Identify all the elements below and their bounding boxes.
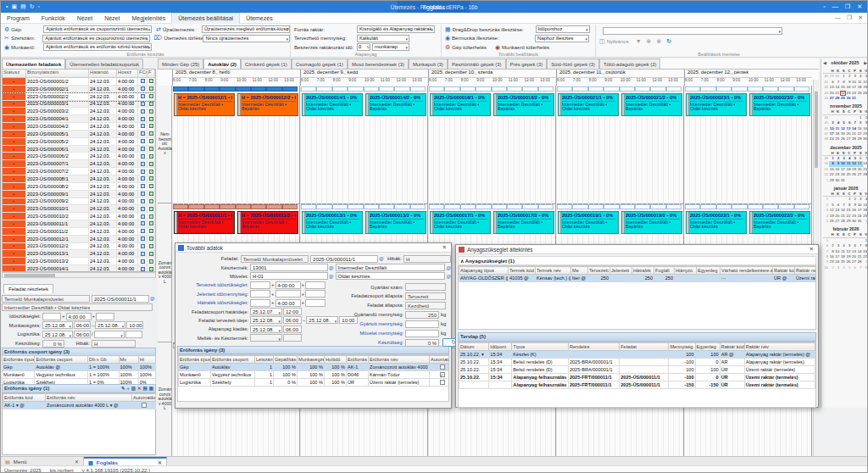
f-cell[interactable] bbox=[147, 153, 155, 159]
bar-grip[interactable] bbox=[494, 212, 497, 233]
d1-tv-t1[interactable]: 06:00 bbox=[283, 316, 302, 324]
d1-fcs-hatarido-t[interactable]: 12:00 bbox=[283, 308, 302, 315]
menu-item--temez-s-be-ll-t-sai[interactable]: Ütemezés beállításai bbox=[171, 13, 240, 24]
f-cell[interactable] bbox=[147, 236, 155, 242]
child-restore-icon[interactable]: ❐ bbox=[847, 14, 852, 21]
menu-item--temez-s[interactable]: Ütemezés bbox=[240, 13, 279, 24]
dialog1-close-icon[interactable]: ✕ bbox=[441, 244, 448, 251]
f-cell[interactable] bbox=[147, 191, 155, 198]
child-close-icon[interactable]: ✕ bbox=[858, 14, 863, 21]
task-row[interactable]: ▪2023-ÚS/000004/224.12.03.4:00:00 bbox=[3, 123, 155, 131]
col-header[interactable]: Alapanyag típus bbox=[459, 267, 509, 275]
fcs-cell[interactable] bbox=[138, 250, 147, 257]
col-header[interactable]: Mennyiség bbox=[669, 342, 695, 350]
lookup-icon[interactable]: @ bbox=[329, 265, 334, 270]
fcs-cell[interactable] bbox=[138, 228, 147, 235]
col-header[interactable]: Egyenleg bbox=[695, 342, 720, 350]
fcs-cell[interactable] bbox=[138, 213, 147, 220]
d1-terv1[interactable] bbox=[250, 281, 270, 289]
lock-icon[interactable]: ▪ bbox=[6, 3, 8, 10]
col-header[interactable]: Automatikus bbox=[132, 394, 156, 402]
col-header[interactable]: Termék név bbox=[536, 267, 571, 275]
calendar-day[interactable]: 27 bbox=[846, 136, 852, 142]
task-bar[interactable]: 2025-ÚS/000013/2 • 0%Intermedier Desztil… bbox=[365, 211, 426, 234]
bar-grip[interactable] bbox=[303, 212, 305, 233]
munkaero-tulterheles-button[interactable]: ◉Munkaerő túlterhelés bbox=[492, 44, 549, 51]
det-hibak-field[interactable]: H bbox=[92, 340, 136, 348]
det-mv-t2[interactable]: 10:00 bbox=[126, 321, 143, 329]
task-bar[interactable]: 2025-ÚS/000019/1 • 0%Intermedier Desztil… bbox=[558, 211, 619, 234]
fcs-cell[interactable] bbox=[138, 123, 147, 130]
lookup-icon[interactable]: @ bbox=[379, 256, 384, 261]
calendar-day[interactable]: 1 bbox=[863, 219, 868, 224]
fcs-cell[interactable] bbox=[138, 198, 147, 205]
task-bar[interactable]: 2025-ÚS/000022/1 • 0%Intermedier Desztil… bbox=[686, 211, 747, 234]
col-header[interactable]: Automatikus bbox=[430, 356, 450, 364]
col-header[interactable]: Feladat bbox=[620, 342, 669, 350]
task-row[interactable]: ▪2023-ÚS/000004/124.12.03.4:00:00 bbox=[3, 115, 155, 123]
calendar-day[interactable]: 27 bbox=[829, 96, 835, 101]
col-header[interactable]: Termék kód bbox=[509, 267, 536, 275]
d1-mellek-2[interactable] bbox=[283, 334, 302, 342]
task-row[interactable]: ▪2023-ÚS/000012/224.12.03.4:00:00 bbox=[3, 243, 155, 251]
d1-feladat-id[interactable]: 2025-ÚS/000011/1 bbox=[310, 255, 378, 263]
calendar-day[interactable]: 5 bbox=[846, 265, 852, 270]
f-cell[interactable] bbox=[147, 160, 155, 167]
det-kesz-field[interactable]: 0 % bbox=[42, 340, 64, 348]
calendar-next-icon[interactable]: ▶ bbox=[864, 60, 867, 65]
col-header[interactable]: Dátum bbox=[459, 342, 489, 350]
d1-kesztermek-nev[interactable]: Intermedier Desztillált bbox=[336, 264, 446, 271]
col-header[interactable]: Időpont bbox=[489, 342, 512, 350]
calendar-day[interactable]: 28 bbox=[851, 136, 857, 142]
task-row[interactable]: ▪2023-ÚS/000011/224.12.03.4:00:00 bbox=[3, 228, 155, 236]
child-window-controls[interactable]: — ❐ ✕ bbox=[835, 14, 867, 21]
f-cell[interactable] bbox=[147, 101, 155, 108]
calendar-day[interactable]: 8 bbox=[863, 265, 868, 270]
munkaero-combo[interactable]: Ajánlott erőforrások és erőforrás szintű… bbox=[43, 43, 152, 51]
bar-grip[interactable] bbox=[366, 212, 369, 233]
d1-keszultseg[interactable]: 0 % bbox=[405, 339, 439, 347]
f-cell[interactable] bbox=[147, 250, 155, 257]
f-cell[interactable] bbox=[147, 108, 155, 114]
f-cell[interactable] bbox=[147, 205, 155, 212]
task-grid-hscrollbar[interactable] bbox=[2, 272, 156, 278]
col-header[interactable]: Raktár név bbox=[795, 267, 817, 275]
d1-jel2[interactable] bbox=[275, 290, 301, 298]
task-bar[interactable]: 2025-ÚS/000022/2 • 0%Intermedier Desztil… bbox=[749, 211, 810, 234]
task-bar[interactable]: H = 2025-ÚS/000011/2 • 0%Intermedier Des… bbox=[237, 211, 298, 234]
bar-grip[interactable] bbox=[238, 94, 241, 115]
bar-grip[interactable] bbox=[175, 212, 177, 233]
table-row[interactable]: Alapanyag felhasználás (S)2025-FRT/00001… bbox=[459, 381, 815, 388]
d1-muvelet-menny[interactable] bbox=[405, 330, 439, 337]
checkbox[interactable] bbox=[440, 364, 445, 370]
bar-grip[interactable] bbox=[687, 212, 689, 233]
edit-icon[interactable]: ✎ bbox=[121, 385, 125, 392]
task-bar[interactable]: 2025-ÚS/000021/2 • 0%Intermedier Desztil… bbox=[621, 93, 682, 116]
d1-kesztermek-kod[interactable]: 13001 bbox=[250, 264, 328, 271]
task-row[interactable]: ▪2023-ÚS/000008/224.12.03.4:00:00 bbox=[3, 183, 155, 191]
task-bar[interactable]: 2025-ÚS/000019/2 • 0%Intermedier Desztil… bbox=[621, 211, 682, 234]
calendar-day[interactable]: 30 bbox=[846, 96, 852, 101]
calendar-day[interactable]: 3 bbox=[835, 265, 841, 270]
help-icon[interactable]: ▫ bbox=[823, 3, 825, 10]
table-row[interactable]: 25.10.22.15:34Alapanyag felhasználás (F)… bbox=[459, 373, 815, 381]
d1-feladat-allapot[interactable]: Kezdhető bbox=[405, 302, 446, 309]
d1-terv3[interactable] bbox=[305, 281, 326, 289]
bar-grip[interactable] bbox=[238, 212, 241, 233]
d1-muvelet-nev[interactable]: Oldat készítés bbox=[336, 272, 446, 280]
col-header[interactable]: Erőforrás név bbox=[369, 356, 430, 364]
menu-item-n-zet[interactable]: Nézet bbox=[71, 13, 98, 24]
close-icon[interactable]: ✕ bbox=[857, 3, 862, 10]
task-bar[interactable]: H = 2025-ÚS/000012/1 • 0%Intermedier Des… bbox=[174, 93, 235, 116]
task-bar[interactable]: 2025-ÚS/000013/1 • 0%Intermedier Desztil… bbox=[302, 211, 363, 234]
task-row[interactable]: ▪2023-ÚS/000006/224.12.03.4:00:00 bbox=[3, 153, 155, 160]
task-row[interactable]: ▪2023-ÚS/000002/124.12.03.4:00:00 bbox=[3, 86, 155, 93]
task-bar[interactable]: 2025-ÚS/000014/1 • 0%Intermedier Desztil… bbox=[302, 93, 363, 116]
col-header[interactable]: Munkavégzés bbox=[298, 356, 325, 364]
calendar-day[interactable] bbox=[863, 178, 868, 183]
window-controls[interactable]: ▫ — ❐ ✕ bbox=[823, 3, 867, 10]
det-ido2-field[interactable]: 4:00:00 bbox=[66, 313, 92, 320]
task-row[interactable]: ▪2023-ÚS/000013/124.12.03.4:00:00 bbox=[3, 250, 155, 258]
col-header[interactable]: Erőforrás csoport bbox=[35, 356, 88, 364]
f-cell[interactable] bbox=[147, 131, 155, 137]
